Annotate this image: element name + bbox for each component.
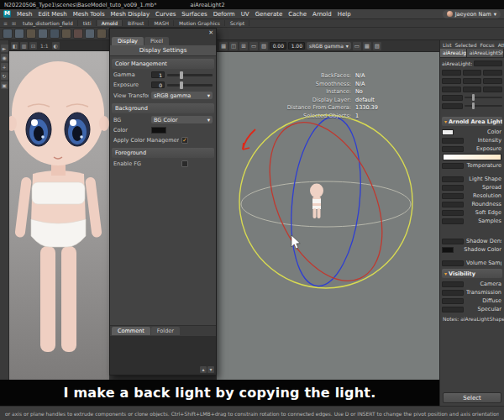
scroll-down-icon[interactable]: ▾ <box>207 366 214 373</box>
section-foreground[interactable]: Foreground <box>112 148 214 158</box>
transmission-field[interactable] <box>442 290 464 296</box>
shelf-icon-6[interactable] <box>61 29 71 39</box>
menu-uv[interactable]: UV <box>241 11 249 18</box>
move-tool-icon[interactable]: + <box>1 63 8 71</box>
shelf-tab-motion-graphics[interactable]: Motion Graphics <box>175 20 225 26</box>
field-chart-icon[interactable]: ▨ <box>260 42 268 50</box>
shelf-tab-mash[interactable]: MASH <box>150 20 174 26</box>
snapshot-icon[interactable]: ⊡ <box>29 42 37 50</box>
viewport-canvas[interactable]: BackFaces: N/A Smoothness: N/A Instance:… <box>217 52 439 380</box>
render-view-canvas[interactable] <box>9 51 109 380</box>
resolution-field[interactable] <box>442 193 464 199</box>
attr-field[interactable] <box>442 78 461 84</box>
scale-tool-icon[interactable]: ▣ <box>1 81 8 89</box>
shadow-density-field[interactable] <box>442 239 464 244</box>
shelf-tab-script[interactable]: Script <box>226 20 249 26</box>
diffuse-field[interactable] <box>442 298 464 304</box>
tab-folder[interactable]: Folder <box>151 327 180 335</box>
ipr-render-icon[interactable]: ▥ <box>20 42 28 50</box>
attr-field[interactable] <box>442 70 461 76</box>
attr-field[interactable] <box>483 70 502 76</box>
attr-field[interactable] <box>483 87 502 92</box>
attr-field[interactable] <box>442 95 463 101</box>
gamma-input[interactable]: 1 <box>151 71 165 78</box>
gamma-slider[interactable] <box>167 74 213 76</box>
shelf-icon-2[interactable] <box>14 29 24 39</box>
section-background[interactable]: Background <box>112 103 214 113</box>
menu-surfaces[interactable]: Surfaces <box>181 11 207 18</box>
bg-color-swatch[interactable] <box>151 127 166 134</box>
attr-field[interactable] <box>442 103 463 109</box>
shelf-tab-arnold[interactable]: Arnold <box>97 20 123 26</box>
bg-select[interactable]: BG Color ▾ <box>151 116 213 123</box>
soft-edge-field[interactable] <box>442 210 464 216</box>
shelf-tab-bifrost[interactable]: Bifrost <box>123 20 149 26</box>
close-icon[interactable]: ✕ <box>208 29 213 36</box>
zoom-ratio-label[interactable]: 1:1 <box>39 43 50 49</box>
temperature-field[interactable] <box>442 163 464 169</box>
temperature-preview-swatch[interactable] <box>443 154 501 160</box>
gate-mask-icon[interactable]: ▭ <box>249 42 258 50</box>
roundness-field[interactable] <box>442 202 464 207</box>
shelf-icon-7[interactable] <box>73 29 83 39</box>
film-gate-icon[interactable]: ◫ <box>229 42 238 50</box>
shelf-icon-5[interactable] <box>50 29 60 39</box>
shelf-tab-tkti[interactable]: tkti <box>79 20 97 26</box>
volume-samples-field[interactable] <box>442 260 464 266</box>
light-shape-dropdown[interactable] <box>442 176 464 182</box>
view-transform-dropdown[interactable]: sRGB gamma ▾ <box>307 42 351 50</box>
menu-edit-mesh[interactable]: Edit Mesh <box>38 11 66 18</box>
specular-field[interactable] <box>442 307 464 312</box>
select-tool-icon[interactable]: ► <box>1 45 8 52</box>
shelf-icon-8[interactable] <box>85 29 95 39</box>
tab-aiarealight2[interactable]: aiAreaLight2 <box>440 49 467 57</box>
tab-comment[interactable]: Comment <box>112 327 150 335</box>
ae-menu-focus[interactable]: Focus <box>480 42 495 47</box>
menu-deform[interactable]: Deform <box>213 11 235 18</box>
shelf-icon-3[interactable] <box>26 29 36 39</box>
section-visibility[interactable]: ▾ Visibility <box>442 269 502 278</box>
ae-menu-list[interactable]: List <box>443 42 452 47</box>
shadow-color-swatch[interactable] <box>442 247 454 253</box>
menu-mesh[interactable]: Mesh <box>17 11 32 18</box>
camera-field[interactable] <box>442 281 464 287</box>
exposure-slider[interactable] <box>167 84 213 87</box>
user-account-button[interactable]: Jaeyeon Nam ▾ <box>443 10 501 18</box>
attr-slider[interactable] <box>465 105 502 108</box>
shelf-menu-icon[interactable]: ≡ <box>2 20 9 26</box>
shelf-tab-tuto[interactable]: tuto_distortion_field <box>18 20 78 26</box>
resolution-gate-icon[interactable]: ⊞ <box>239 42 248 50</box>
view-transform-select[interactable]: sRGB gamma ▾ <box>151 92 213 99</box>
select-button[interactable]: Select <box>443 392 501 403</box>
menu-help[interactable]: Help <box>338 11 351 18</box>
exposure-input[interactable]: 0 <box>151 81 165 88</box>
enable-fg-checkbox[interactable] <box>181 160 188 167</box>
shelf-icon-9[interactable] <box>97 29 107 39</box>
comment-area[interactable]: ▴ ▾ <box>110 336 216 375</box>
color-swatch[interactable] <box>442 129 454 135</box>
tab-display[interactable]: Display <box>112 37 144 45</box>
shelf-grid-icon[interactable]: ⊞ <box>10 20 18 26</box>
isolate-select-icon[interactable]: ▭ <box>353 42 361 50</box>
samples-field[interactable] <box>442 218 464 224</box>
menu-curves[interactable]: Curves <box>155 11 176 18</box>
menu-generate[interactable]: Generate <box>255 11 283 18</box>
exposure-field[interactable]: 0.00 <box>270 42 286 50</box>
shelf-icon-1[interactable] <box>3 29 13 39</box>
wireframe-icon[interactable]: ▦ <box>363 42 371 50</box>
attr-field[interactable] <box>483 78 502 84</box>
lasso-tool-icon[interactable]: ◉ <box>1 54 8 61</box>
scroll-up-icon[interactable]: ▴ <box>200 366 207 373</box>
menu-mesh-display[interactable]: Mesh Display <box>111 11 150 18</box>
attr-field[interactable] <box>463 87 482 92</box>
gamma-field[interactable]: 1.00 <box>288 42 305 50</box>
ae-menu-attributes[interactable]: Attributes <box>498 42 504 47</box>
shaded-icon[interactable]: ▨ <box>373 42 381 50</box>
shelf-icon-4[interactable] <box>38 29 48 39</box>
ae-menu-selected[interactable]: Selected <box>455 42 477 47</box>
camera-select-icon[interactable]: ▦ <box>219 42 228 50</box>
rotate-tool-icon[interactable]: ↻ <box>1 72 8 80</box>
attr-field[interactable] <box>442 87 461 92</box>
menu-cache[interactable]: Cache <box>288 11 307 18</box>
attr-slider[interactable] <box>465 97 502 99</box>
